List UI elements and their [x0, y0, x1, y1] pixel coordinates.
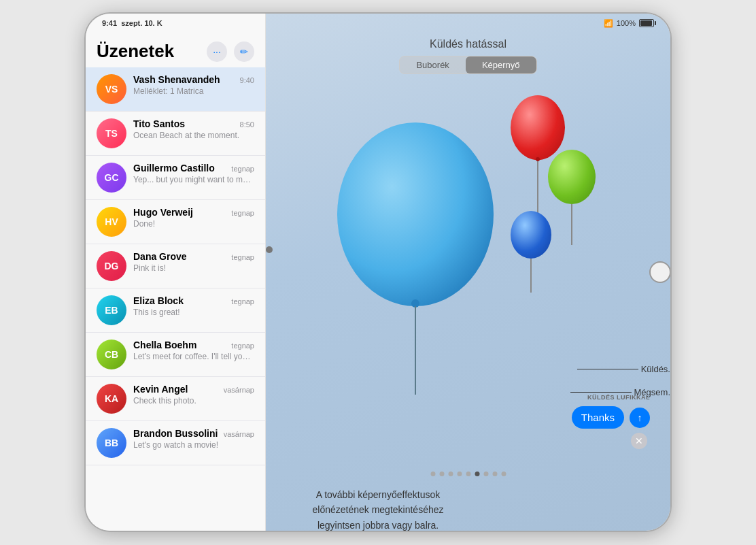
conv-name: Hugo Verweij [133, 207, 193, 218]
page-dot [457, 472, 462, 476]
send-arrow-icon: ↑ [638, 412, 642, 423]
page-dot [492, 472, 497, 476]
balloon-blue-large-string [415, 306, 416, 395]
conv-preview: This is great! [133, 308, 254, 317]
balloon-blue-small [511, 211, 551, 293]
conv-name: Guillermo Castillo [133, 163, 215, 174]
conv-top: Dana Grove tegnap [133, 251, 254, 262]
conv-info: Tito Santos 8:50 Ocean Beach at the mome… [133, 118, 254, 140]
balloon-blue-small-body [511, 211, 551, 259]
message-bubble: Thanks [572, 406, 624, 429]
compose-button[interactable]: ✏ [234, 42, 254, 62]
conv-preview: Done! [133, 219, 254, 229]
wifi-icon: 📶 [604, 19, 613, 28]
conv-time: 8:50 [240, 120, 254, 129]
conversation-item[interactable]: VS Vash Shenavandeh 9:40 Melléklet: 1 Ma… [86, 67, 265, 112]
avatar: TS [97, 118, 126, 148]
tab-screen[interactable]: Képernyő [466, 56, 536, 73]
balloons-area [266, 68, 670, 531]
device-frame: 9:41 szept. 10. K 📶 100% Üzenetek ··· ✏ [86, 14, 670, 531]
avatar: EB [97, 295, 126, 325]
conv-top: Vash Shenavandeh 9:40 [133, 74, 254, 85]
more-icon: ··· [213, 46, 221, 57]
conv-name: Eliza Block [133, 295, 184, 306]
message-area: KÜLDÉS LUFIKKAL Thanks ↑ ✕ [572, 394, 650, 449]
conv-time: tegnap [231, 297, 254, 305]
conversation-item[interactable]: KA Kevin Angel vasárnap Check this photo… [86, 377, 265, 421]
conv-info: Kevin Angel vasárnap Check this photo. [133, 384, 254, 406]
balloon-blue-small-string [530, 259, 532, 293]
conversation-list: VS Vash Shenavandeh 9:40 Melléklet: 1 Ma… [86, 67, 265, 531]
conv-top: Tito Santos 8:50 [133, 118, 254, 129]
bottom-caption: A további képernyőeffektusok előnézeténe… [312, 487, 443, 533]
conv-preview: Let's meet for coffee. I'll tell you all… [133, 352, 254, 361]
conv-info: Dana Grove tegnap Pink it is! [133, 251, 254, 273]
effect-preview-panel: Küldés hatással Buborék Képernyő [266, 14, 670, 531]
conv-preview: Melléklet: 1 Matrica [133, 86, 254, 96]
status-time: 9:41 szept. 10. K [102, 19, 162, 27]
home-button[interactable] [649, 261, 670, 283]
more-button[interactable]: ··· [207, 42, 227, 62]
conversation-item[interactable]: HV Hugo Verweij tegnap Done! [86, 200, 265, 244]
conv-name: Kevin Angel [133, 384, 188, 395]
conv-info: Chella Boehm tegnap Let's meet for coffe… [133, 340, 254, 361]
conv-top: Guillermo Castillo tegnap [133, 163, 254, 174]
send-button[interactable]: ↑ [630, 408, 650, 428]
conv-time: vasárnap [224, 430, 254, 438]
conversation-item[interactable]: GC Guillermo Castillo tegnap Yep... but … [86, 156, 265, 200]
avatar: DG [97, 251, 126, 281]
conv-info: Brandon Bussolini vasárnap Let's go watc… [133, 428, 254, 450]
page-dot [448, 472, 453, 476]
battery-icon [639, 19, 654, 27]
main-content: Üzenetek ··· ✏ VS Vash Shenavandeh [86, 14, 670, 531]
conv-info: Vash Shenavandeh 9:40 Melléklet: 1 Matri… [133, 74, 254, 96]
conv-name: Tito Santos [133, 118, 185, 129]
page-dot [466, 472, 470, 476]
balloon-blue-large [337, 122, 494, 395]
effect-title: Küldés hatással [399, 38, 536, 50]
sidebar: Üzenetek ··· ✏ VS Vash Shenavandeh [86, 14, 266, 531]
cancel-button[interactable]: ✕ [631, 433, 647, 449]
conv-preview: Ocean Beach at the moment. [133, 131, 254, 140]
conv-time: tegnap [231, 209, 254, 217]
conv-top: Kevin Angel vasárnap [133, 384, 254, 395]
page-dot [430, 472, 435, 476]
avatar: HV [97, 207, 126, 237]
compose-icon: ✏ [240, 46, 248, 57]
avatar: CB [97, 340, 126, 369]
conv-info: Hugo Verweij tegnap Done! [133, 207, 254, 229]
tab-bubble[interactable]: Buborék [400, 56, 465, 73]
conv-time: tegnap [231, 253, 254, 261]
effect-tabs[interactable]: Buborék Képernyő [399, 56, 536, 74]
conv-preview: Let's go watch a movie! [133, 440, 254, 450]
cancel-x-icon: ✕ [635, 435, 643, 446]
conversation-item[interactable]: DG Dana Grove tegnap Pink it is! [86, 244, 265, 288]
conv-preview: Pink it is! [133, 263, 254, 273]
conversation-item[interactable]: BB Brandon Bussolini vasárnap Let's go w… [86, 421, 265, 465]
conv-name: Dana Grove [133, 251, 187, 262]
conv-info: Guillermo Castillo tegnap Yep... but you… [133, 163, 254, 184]
conversation-item[interactable]: EB Eliza Block tegnap This is great! [86, 288, 265, 333]
conv-time: tegnap [231, 342, 254, 350]
sidebar-title: Üzenetek [97, 41, 174, 62]
conv-top: Eliza Block tegnap [133, 295, 254, 306]
conv-preview: Yep... but you might want to make it a s… [133, 175, 254, 184]
conv-name: Brandon Bussolini [133, 428, 218, 439]
conv-name: Chella Boehm [133, 340, 196, 350]
page-dot [439, 472, 444, 476]
page-dot [483, 472, 488, 476]
balloon-blue-large-body [337, 122, 494, 306]
battery-text: 100% [617, 19, 636, 27]
conversation-item[interactable]: TS Tito Santos 8:50 Ocean Beach at the m… [86, 112, 265, 156]
conv-top: Brandon Bussolini vasárnap [133, 428, 254, 439]
conv-preview: Check this photo. [133, 396, 254, 406]
conversation-item[interactable]: CB Chella Boehm tegnap Let's meet for co… [86, 333, 265, 377]
conv-time: vasárnap [224, 386, 254, 394]
conv-top: Chella Boehm tegnap [133, 340, 254, 350]
avatar: KA [97, 384, 126, 414]
avatar: BB [97, 428, 126, 458]
conv-time: 9:40 [240, 76, 254, 84]
balloon-green-string [571, 204, 572, 245]
send-effect-label: KÜLDÉS LUFIKKAL [587, 394, 650, 401]
avatar: VS [97, 74, 126, 104]
